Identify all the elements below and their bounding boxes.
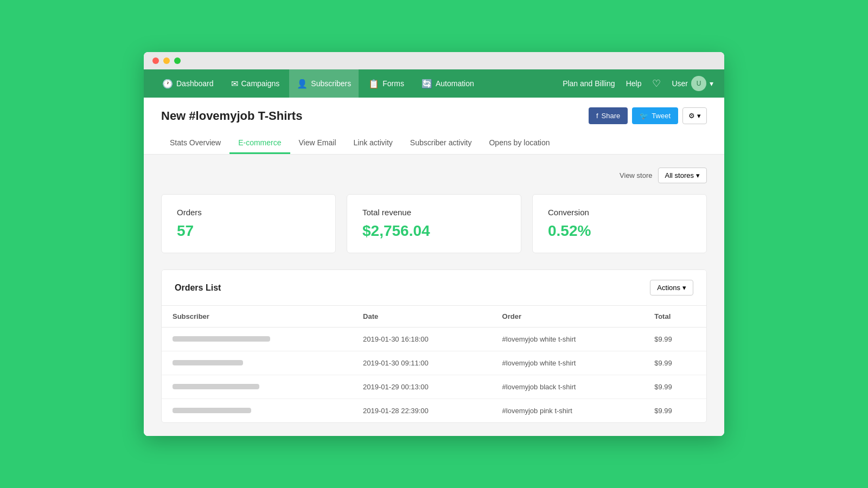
traffic-light-green[interactable]	[174, 57, 181, 64]
orders-label: Orders	[177, 208, 320, 217]
tab-link-activity[interactable]: Link activity	[345, 133, 401, 154]
nav-item-automation[interactable]: 🔄 Automation	[414, 69, 482, 98]
traffic-light-yellow[interactable]	[163, 57, 170, 64]
stat-card-orders: Orders 57	[161, 194, 336, 253]
user-chevron-icon: ▾	[710, 79, 713, 88]
orders-table: Subscriber Date Order Total 2019-01-30 1…	[162, 306, 706, 422]
stat-card-conversion: Conversion 0.52%	[532, 194, 707, 253]
cell-subscriber	[162, 328, 352, 351]
revenue-value: $2,756.04	[362, 222, 506, 240]
cell-order: #lovemyjob black t-shirt	[492, 375, 644, 399]
tab-stats-overview[interactable]: Stats Overview	[161, 133, 229, 154]
cell-date: 2019-01-29 00:13:00	[352, 375, 491, 399]
subscriber-blur	[173, 384, 259, 389]
subscribers-icon: 👤	[297, 79, 308, 89]
dashboard-icon: 🕐	[162, 79, 173, 89]
orders-list-title: Orders List	[175, 283, 221, 293]
user-label: User	[672, 79, 688, 88]
nav-item-subscribers[interactable]: 👤 Subscribers	[289, 69, 359, 98]
user-avatar: U	[691, 76, 706, 91]
cell-subscriber	[162, 399, 352, 423]
orders-value: 57	[177, 222, 320, 240]
cell-date: 2019-01-28 22:39:00	[352, 399, 491, 423]
tab-subscriber-activity[interactable]: Subscriber activity	[401, 133, 481, 154]
forms-icon: 📋	[368, 79, 379, 89]
nav-label-forms: Forms	[382, 79, 404, 88]
cell-order: #lovemyjob white t-shirt	[492, 328, 644, 351]
col-subscriber: Subscriber	[162, 306, 352, 328]
tabs: Stats Overview E-commerce View Email Lin…	[161, 133, 707, 154]
nav-label-automation: Automation	[436, 79, 474, 88]
automation-icon: 🔄	[422, 79, 432, 89]
col-total: Total	[643, 306, 706, 328]
twitter-icon: 🐦	[640, 112, 648, 120]
nav-item-dashboard[interactable]: 🕐 Dashboard	[155, 69, 221, 98]
nav-label-dashboard: Dashboard	[176, 79, 214, 88]
cell-total: $9.99	[643, 328, 706, 351]
campaigns-icon: ✉	[231, 79, 238, 89]
table-head: Subscriber Date Order Total	[162, 306, 706, 328]
content-area: View store All stores ▾ Orders 57 Total …	[144, 155, 724, 436]
cell-order: #lovemyjob pink t-shirt	[492, 399, 644, 423]
content-toolbar: View store All stores ▾	[161, 168, 707, 183]
page-header: New #lovemyjob T-Shirts f Share 🐦 Tweet …	[144, 98, 724, 155]
facebook-icon: f	[596, 112, 598, 120]
page-title-row: New #lovemyjob T-Shirts f Share 🐦 Tweet …	[161, 107, 707, 124]
table-row: 2019-01-30 16:18:00 #lovemyjob white t-s…	[162, 328, 706, 351]
orders-header: Orders List Actions ▾	[162, 270, 706, 306]
main-content: New #lovemyjob T-Shirts f Share 🐦 Tweet …	[144, 98, 724, 436]
subscriber-blur	[173, 336, 270, 342]
page-actions: f Share 🐦 Tweet ⚙ ▾	[589, 107, 707, 124]
subscriber-blur	[173, 360, 243, 365]
col-order: Order	[492, 306, 644, 328]
nav-left: 🕐 Dashboard ✉ Campaigns 👤 Subscribers 📋 …	[155, 69, 563, 98]
cell-total: $9.99	[643, 351, 706, 375]
gear-icon: ⚙	[688, 112, 695, 120]
orders-section: Orders List Actions ▾ Subscriber Date Or…	[161, 269, 707, 423]
table-body: 2019-01-30 16:18:00 #lovemyjob white t-s…	[162, 328, 706, 423]
cell-subscriber	[162, 351, 352, 375]
table-row: 2019-01-30 09:11:00 #lovemyjob white t-s…	[162, 351, 706, 375]
conversion-label: Conversion	[548, 208, 691, 217]
traffic-light-red[interactable]	[152, 57, 159, 64]
cell-date: 2019-01-30 09:11:00	[352, 351, 491, 375]
cell-subscriber	[162, 375, 352, 399]
cell-total: $9.99	[643, 399, 706, 423]
all-stores-button[interactable]: All stores ▾	[658, 168, 707, 183]
tab-view-email[interactable]: View Email	[290, 133, 345, 154]
col-date: Date	[352, 306, 491, 328]
favorites-icon[interactable]: ♡	[652, 78, 661, 89]
view-store-label: View store	[620, 171, 652, 179]
nav-item-campaigns[interactable]: ✉ Campaigns	[224, 69, 288, 98]
table-header-row: Subscriber Date Order Total	[162, 306, 706, 328]
nav-bar: 🕐 Dashboard ✉ Campaigns 👤 Subscribers 📋 …	[144, 69, 724, 98]
actions-chevron-icon: ▾	[682, 284, 686, 292]
nav-item-forms[interactable]: 📋 Forms	[361, 69, 412, 98]
cell-order: #lovemyjob white t-shirt	[492, 351, 644, 375]
settings-button[interactable]: ⚙ ▾	[682, 107, 707, 124]
stat-card-revenue: Total revenue $2,756.04	[347, 194, 521, 253]
table-row: 2019-01-28 22:39:00 #lovemyjob pink t-sh…	[162, 399, 706, 423]
tab-opens-by-location[interactable]: Opens by location	[480, 133, 558, 154]
page-title: New #lovemyjob T-Shirts	[161, 109, 302, 123]
subscriber-blur	[173, 408, 251, 413]
nav-label-subscribers: Subscribers	[311, 79, 351, 88]
actions-button[interactable]: Actions ▾	[650, 280, 693, 296]
plan-billing-link[interactable]: Plan and Billing	[563, 79, 615, 88]
user-menu[interactable]: User U ▾	[672, 76, 713, 91]
tweet-button[interactable]: 🐦 Tweet	[632, 107, 678, 124]
cell-total: $9.99	[643, 375, 706, 399]
cell-date: 2019-01-30 16:18:00	[352, 328, 491, 351]
revenue-label: Total revenue	[362, 208, 506, 217]
share-button[interactable]: f Share	[589, 107, 628, 124]
stats-row: Orders 57 Total revenue $2,756.04 Conver…	[161, 194, 707, 253]
browser-window: 🕐 Dashboard ✉ Campaigns 👤 Subscribers 📋 …	[144, 52, 724, 436]
browser-chrome	[144, 52, 724, 69]
tab-e-commerce[interactable]: E-commerce	[229, 133, 290, 154]
all-stores-chevron-icon: ▾	[696, 171, 700, 179]
nav-label-campaigns: Campaigns	[241, 79, 280, 88]
conversion-value: 0.52%	[548, 222, 691, 240]
table-row: 2019-01-29 00:13:00 #lovemyjob black t-s…	[162, 375, 706, 399]
settings-chevron-icon: ▾	[697, 112, 701, 120]
help-link[interactable]: Help	[626, 79, 642, 88]
